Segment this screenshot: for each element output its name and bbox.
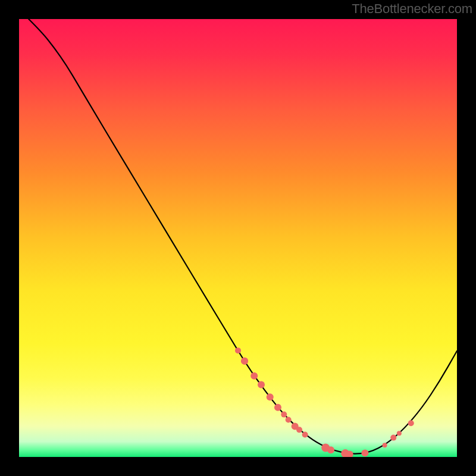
data-marker — [286, 416, 292, 422]
data-marker — [258, 381, 265, 389]
data-marker — [296, 427, 302, 433]
data-marker — [383, 443, 387, 447]
data-marker — [397, 431, 402, 436]
data-marker — [302, 431, 308, 437]
data-marker — [235, 347, 241, 353]
data-marker — [267, 393, 274, 400]
data-marker — [361, 449, 368, 456]
chart-svg — [19, 19, 457, 457]
data-marker — [408, 420, 414, 426]
data-marker — [250, 372, 258, 380]
data-marker — [327, 446, 334, 453]
gradient-background — [19, 19, 457, 457]
chart-frame: TheBottlenecker.com — [0, 0, 476, 476]
plot-area — [19, 19, 457, 457]
data-marker — [241, 358, 248, 365]
data-marker — [281, 412, 287, 418]
attribution-label: TheBottlenecker.com — [352, 1, 472, 17]
data-marker — [390, 435, 396, 441]
data-marker — [274, 404, 281, 411]
